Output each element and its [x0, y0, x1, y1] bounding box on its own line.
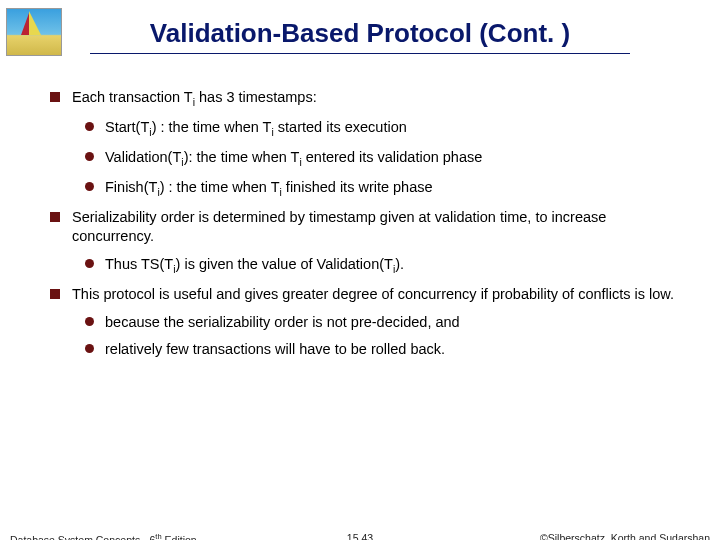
text: Start(T — [105, 119, 149, 135]
corner-photo — [6, 8, 62, 56]
text: Database System Concepts - 6 — [10, 534, 155, 541]
title-underline — [90, 53, 630, 54]
text: Finish(T — [105, 179, 157, 195]
footer-page-number: 15.43 — [347, 532, 373, 540]
sail-icon — [21, 13, 29, 35]
footer-copyright: ©Silberschatz, Korth and Sudarshan — [540, 532, 710, 540]
bullet-level2: Start(Ti) : the time when Ti started its… — [85, 118, 680, 140]
sail-icon — [29, 11, 41, 35]
text: Thus TS(T — [105, 256, 173, 272]
slide-title: Validation-Based Protocol (Cont. ) — [0, 14, 720, 49]
bullet-level1: Serializability order is determined by t… — [50, 208, 680, 247]
footer-left: Database System Concepts - 6th Edition — [10, 532, 197, 540]
text: finished its write phase — [282, 179, 433, 195]
text: ) : the time when T — [152, 119, 272, 135]
text: ) : the time when T — [160, 179, 280, 195]
text: ) is given the value of Validation(T — [176, 256, 393, 272]
bullet-level2: because the serializability order is not… — [85, 313, 680, 333]
bullet-level2: Thus TS(Ti) is given the value of Valida… — [85, 255, 680, 277]
text: Each transaction T — [72, 89, 193, 105]
text: has 3 timestamps: — [195, 89, 317, 105]
text: ). — [395, 256, 404, 272]
bullet-level1: Each transaction Ti has 3 timestamps: — [50, 88, 680, 110]
text: Validation(T — [105, 149, 181, 165]
text: ): the time when T — [184, 149, 300, 165]
bullet-level2: Finish(Ti) : the time when Ti finished i… — [85, 178, 680, 200]
bullet-level2: relatively few transactions will have to… — [85, 340, 680, 360]
slide-body: Each transaction Ti has 3 timestamps: St… — [50, 80, 680, 368]
bullet-level1: This protocol is useful and gives greate… — [50, 285, 680, 305]
text: started its execution — [274, 119, 407, 135]
bullet-level2: Validation(Ti): the time when Ti entered… — [85, 148, 680, 170]
text: Edition — [162, 534, 197, 541]
text: entered its validation phase — [302, 149, 483, 165]
